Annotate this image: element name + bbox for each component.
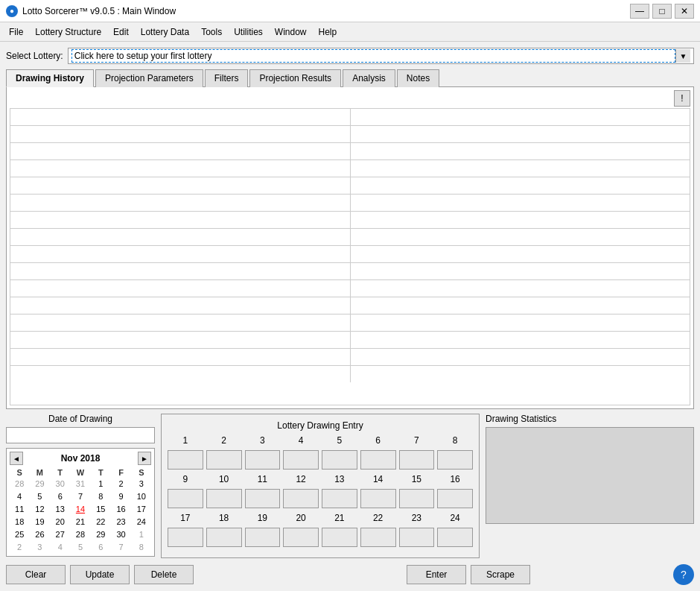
cal-day[interactable]: 10: [132, 490, 151, 502]
number-input-24[interactable]: [437, 528, 473, 547]
number-input-17[interactable]: [168, 528, 203, 547]
number-input-7[interactable]: [399, 450, 435, 470]
tab-notes[interactable]: Notes: [397, 69, 439, 87]
cal-day[interactable]: 28: [71, 528, 90, 540]
number-input-21[interactable]: [322, 528, 357, 547]
cal-day[interactable]: 25: [10, 528, 29, 540]
cal-day[interactable]: 19: [30, 516, 49, 528]
number-input-1[interactable]: [168, 450, 203, 470]
scrape-button[interactable]: Scrape: [471, 565, 530, 584]
cal-day[interactable]: 18: [10, 516, 29, 528]
cal-day[interactable]: 4: [51, 541, 70, 553]
tab-analysis[interactable]: Analysis: [343, 69, 395, 87]
cal-day[interactable]: 23: [111, 516, 130, 528]
cal-day[interactable]: 7: [71, 490, 90, 502]
cal-day[interactable]: 12: [30, 503, 49, 515]
number-input-13[interactable]: [322, 489, 357, 508]
table-cell: [10, 126, 351, 142]
help-button[interactable]: ?: [673, 564, 694, 585]
number-input-14[interactable]: [360, 489, 396, 508]
number-input-5[interactable]: [322, 450, 357, 470]
minimize-button[interactable]: —: [630, 4, 649, 19]
cal-day[interactable]: 24: [132, 516, 151, 528]
cal-day[interactable]: 5: [71, 541, 90, 553]
select-lottery-combo[interactable]: Click here to setup your first lottery ▼: [68, 48, 694, 64]
number-input-4[interactable]: [283, 450, 319, 470]
tab-drawing-history[interactable]: Drawing History: [6, 69, 94, 87]
number-input-11[interactable]: [245, 489, 281, 508]
cal-day[interactable]: 31: [71, 478, 90, 490]
menu-edit[interactable]: Edit: [107, 25, 135, 39]
tab-projection-parameters[interactable]: Projection Parameters: [95, 69, 203, 87]
select-lottery-value: Click here to setup your first lottery: [71, 49, 675, 63]
cal-day[interactable]: 27: [51, 528, 70, 540]
cal-day[interactable]: 3: [132, 478, 151, 490]
number-input-6[interactable]: [360, 450, 396, 470]
cal-day[interactable]: 21: [71, 516, 90, 528]
number-input-15[interactable]: [399, 489, 435, 508]
cal-prev-button[interactable]: ◄: [10, 452, 23, 465]
cal-day[interactable]: 13: [51, 503, 70, 515]
cal-day[interactable]: 1: [132, 528, 151, 540]
cal-day[interactable]: 1: [91, 478, 110, 490]
cal-day-selected[interactable]: 14: [71, 503, 90, 515]
cal-day[interactable]: 3: [30, 541, 49, 553]
close-button[interactable]: ✕: [675, 4, 694, 19]
number-input-2[interactable]: [206, 450, 242, 470]
date-input[interactable]: [6, 427, 155, 443]
menu-lottery-data[interactable]: Lottery Data: [135, 25, 195, 39]
info-button[interactable]: !: [674, 90, 690, 107]
menu-lottery-structure[interactable]: Lottery Structure: [29, 25, 107, 39]
menu-help[interactable]: Help: [313, 25, 343, 39]
cal-day[interactable]: 30: [51, 478, 70, 490]
number-input-22[interactable]: [360, 528, 396, 547]
number-input-9[interactable]: [168, 489, 203, 508]
cal-day[interactable]: 29: [91, 528, 110, 540]
number-input-3[interactable]: [245, 450, 281, 470]
number-input-8[interactable]: [437, 450, 473, 470]
cal-day[interactable]: 29: [30, 478, 49, 490]
cal-day[interactable]: 26: [30, 528, 49, 540]
number-input-16[interactable]: [437, 489, 473, 508]
menu-file[interactable]: File: [3, 25, 29, 39]
cal-next-button[interactable]: ►: [138, 452, 151, 465]
cal-day[interactable]: 30: [111, 528, 130, 540]
cal-day[interactable]: 9: [111, 490, 130, 502]
cal-day[interactable]: 4: [10, 490, 29, 502]
cal-day[interactable]: 11: [10, 503, 29, 515]
number-input-20[interactable]: [283, 528, 319, 547]
number-input-18[interactable]: [206, 528, 242, 547]
maximize-button[interactable]: □: [652, 4, 672, 19]
number-input-19[interactable]: [245, 528, 281, 547]
cal-day[interactable]: 8: [91, 490, 110, 502]
update-button[interactable]: Update: [70, 565, 130, 584]
cal-day[interactable]: 17: [132, 503, 151, 515]
cal-day[interactable]: 28: [10, 478, 29, 490]
enter-button[interactable]: Enter: [407, 565, 466, 584]
tab-filters[interactable]: Filters: [205, 69, 249, 87]
combo-dropdown-arrow[interactable]: ▼: [675, 49, 690, 63]
cal-day[interactable]: 6: [91, 541, 110, 553]
cal-day[interactable]: 22: [91, 516, 110, 528]
number-input-23[interactable]: [399, 528, 435, 547]
clear-button[interactable]: Clear: [6, 565, 66, 584]
menu-window[interactable]: Window: [269, 25, 313, 39]
menu-tools[interactable]: Tools: [195, 25, 228, 39]
cal-day[interactable]: 5: [30, 490, 49, 502]
cal-day[interactable]: 2: [111, 478, 130, 490]
cal-day[interactable]: 2: [10, 541, 29, 553]
cal-day[interactable]: 7: [111, 541, 130, 553]
table-row: [10, 109, 690, 126]
number-input-10[interactable]: [206, 489, 242, 508]
tab-projection-results[interactable]: Projection Results: [249, 69, 341, 87]
cal-day[interactable]: 15: [91, 503, 110, 515]
table-cell: [10, 349, 351, 365]
table-row: [10, 332, 690, 349]
cal-day[interactable]: 16: [111, 503, 130, 515]
delete-button[interactable]: Delete: [134, 565, 194, 584]
cal-day[interactable]: 6: [51, 490, 70, 502]
cal-day[interactable]: 8: [132, 541, 151, 553]
number-input-12[interactable]: [283, 489, 319, 508]
menu-utilities[interactable]: Utilities: [228, 25, 269, 39]
cal-day[interactable]: 20: [51, 516, 70, 528]
